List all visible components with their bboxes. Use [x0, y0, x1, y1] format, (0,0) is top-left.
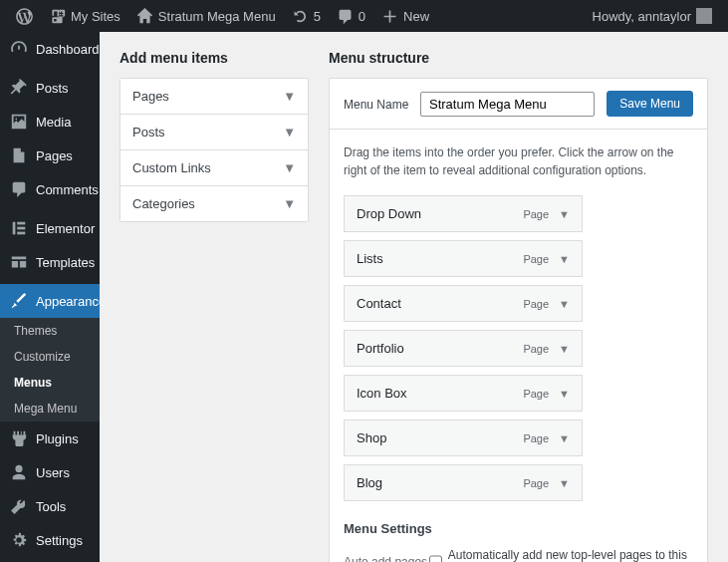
sidebar-label: Plugins: [36, 431, 79, 446]
site-name[interactable]: Stratum Mega Menu: [128, 0, 284, 32]
sub-themes[interactable]: Themes: [0, 318, 100, 344]
menu-item[interactable]: ContactPage▼: [344, 285, 583, 322]
sidebar-item-elementor[interactable]: Elementor: [0, 211, 100, 245]
admin-sidebar: Dashboard Posts Media Pages Comments Ele…: [0, 32, 100, 562]
menu-item-label: Contact: [357, 296, 401, 311]
caret-down-icon: ▼: [283, 196, 296, 211]
save-menu-button-top[interactable]: Save Menu: [607, 91, 693, 117]
sidebar-item-stratum[interactable]: Stratum: [0, 557, 100, 562]
caret-down-icon: ▼: [283, 89, 296, 104]
comments-icon: [337, 8, 354, 25]
svg-rect-3: [17, 232, 25, 235]
accordion-label: Pages: [132, 89, 169, 104]
sidebar-item-users[interactable]: Users: [0, 455, 100, 489]
wp-logo[interactable]: [8, 0, 41, 32]
users-icon: [10, 463, 28, 481]
sidebar-label: Media: [36, 115, 71, 130]
drag-hint: Drag the items into the order you prefer…: [344, 143, 693, 179]
sidebar-item-plugins[interactable]: Plugins: [0, 422, 100, 455]
menu-item[interactable]: ListsPage▼: [344, 240, 583, 277]
dashboard-icon: [10, 40, 28, 58]
caret-down-icon[interactable]: ▼: [559, 253, 570, 265]
menu-item[interactable]: ShopPage▼: [344, 420, 583, 456]
accordion-pages[interactable]: Pages▼: [121, 79, 308, 115]
caret-down-icon[interactable]: ▼: [559, 208, 570, 220]
menu-item[interactable]: Drop DownPage▼: [344, 195, 583, 232]
menu-item-type: Page: [523, 298, 549, 310]
add-items-accordion: Pages▼ Posts▼ Custom Links▼ Categories▼: [120, 78, 309, 222]
accordion-label: Categories: [132, 196, 195, 211]
updates-count: 5: [314, 9, 321, 24]
menu-item[interactable]: BlogPage▼: [344, 464, 583, 501]
my-sites-label: My Sites: [71, 9, 121, 24]
settings-icon: [10, 531, 28, 549]
sidebar-item-posts[interactable]: Posts: [0, 71, 100, 105]
sidebar-item-dashboard[interactable]: Dashboard: [0, 32, 100, 66]
accordion-posts[interactable]: Posts▼: [121, 115, 308, 150]
comments-icon: [10, 180, 28, 198]
sidebar-item-media[interactable]: Media: [0, 105, 100, 139]
menu-item-label: Lists: [357, 251, 383, 266]
sidebar-item-comments[interactable]: Comments: [0, 172, 100, 206]
admin-bar: My Sites Stratum Mega Menu 5 0 New Howdy…: [0, 0, 728, 32]
menu-panel: Menu Name Save Menu Drag the items into …: [329, 78, 708, 562]
sidebar-label: Users: [36, 465, 70, 480]
sub-megamenu[interactable]: Mega Menu: [0, 396, 100, 422]
templates-icon: [10, 253, 28, 271]
menu-item-type: Page: [523, 208, 549, 220]
menu-item[interactable]: PortfolioPage▼: [344, 330, 583, 367]
sub-customize[interactable]: Customize: [0, 344, 100, 370]
auto-add-checkbox[interactable]: [429, 555, 442, 562]
menu-items-list: Drop DownPage▼ListsPage▼ContactPage▼Port…: [344, 195, 693, 501]
home-icon: [136, 8, 153, 25]
caret-down-icon: ▼: [283, 125, 296, 140]
menu-item-label: Blog: [357, 475, 382, 490]
new-content[interactable]: New: [373, 0, 437, 32]
sidebar-label: Dashboard: [36, 42, 100, 57]
accordion-label: Posts: [132, 125, 165, 140]
avatar: [696, 8, 712, 24]
caret-down-icon[interactable]: ▼: [559, 432, 570, 444]
sidebar-label: Appearance: [36, 294, 106, 309]
accordion-categories[interactable]: Categories▼: [121, 186, 308, 221]
sidebar-label: Settings: [36, 533, 83, 548]
accordion-custom-links[interactable]: Custom Links▼: [121, 150, 308, 186]
updates[interactable]: 5: [284, 0, 329, 32]
sidebar-label: Comments: [36, 182, 99, 197]
menu-name-label: Menu Name: [344, 98, 408, 112]
sidebar-item-templates[interactable]: Templates: [0, 245, 100, 279]
auto-add-label: Auto add pages: [344, 555, 429, 562]
menu-structure-heading: Menu structure: [329, 50, 708, 66]
pin-icon: [10, 79, 28, 97]
caret-down-icon[interactable]: ▼: [559, 343, 570, 355]
comments[interactable]: 0: [329, 0, 373, 32]
admin-multisite-icon: [49, 8, 66, 25]
sidebar-label: Pages: [36, 148, 73, 163]
my-sites[interactable]: My Sites: [41, 0, 128, 32]
page-icon: [10, 146, 28, 164]
svg-rect-0: [13, 222, 16, 235]
menu-item-type: Page: [523, 343, 549, 355]
sidebar-item-appearance[interactable]: Appearance: [0, 284, 100, 318]
sidebar-item-tools[interactable]: Tools: [0, 489, 100, 523]
my-account[interactable]: Howdy, anntaylor: [585, 0, 720, 32]
sidebar-item-settings[interactable]: Settings: [0, 523, 100, 557]
tools-icon: [10, 497, 28, 515]
auto-add-checkbox-label[interactable]: Automatically add new top-level pages to…: [429, 548, 693, 562]
menu-name-input[interactable]: [420, 92, 595, 117]
menu-item-type: Page: [523, 432, 549, 444]
site-name-label: Stratum Mega Menu: [158, 9, 276, 24]
caret-down-icon[interactable]: ▼: [559, 388, 570, 400]
menu-item-label: Icon Box: [357, 386, 407, 401]
main-content: Add menu items Pages▼ Posts▼ Custom Link…: [100, 32, 728, 562]
caret-down-icon[interactable]: ▼: [559, 477, 570, 489]
sidebar-label: Tools: [36, 499, 66, 514]
add-items-heading: Add menu items: [120, 50, 309, 66]
sidebar-item-pages[interactable]: Pages: [0, 139, 100, 172]
sub-menus[interactable]: Menus: [0, 370, 100, 396]
howdy-text: Howdy, anntaylor: [593, 9, 691, 24]
svg-rect-1: [17, 222, 25, 225]
caret-down-icon[interactable]: ▼: [559, 298, 570, 310]
menu-item-type: Page: [523, 477, 549, 489]
menu-item[interactable]: Icon BoxPage▼: [344, 375, 583, 412]
